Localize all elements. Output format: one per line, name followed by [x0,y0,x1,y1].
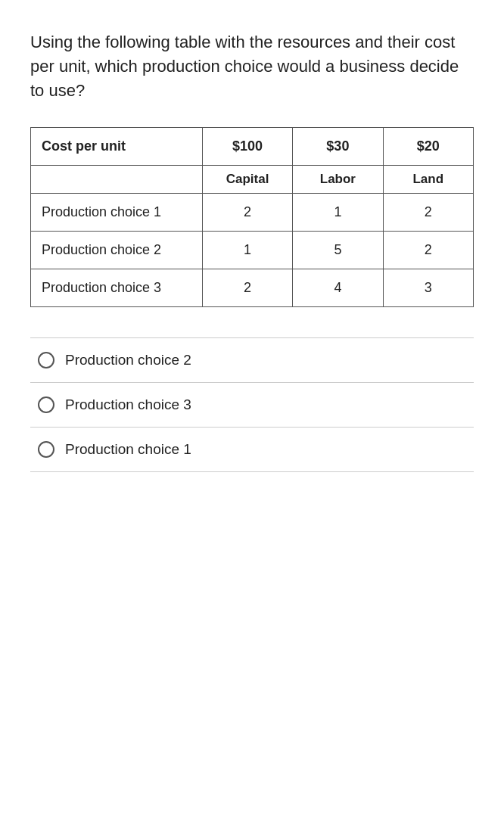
radio-option-1[interactable] [38,352,54,368]
row1-label: Production choice 1 [31,193,203,231]
option-3-label: Production choice 1 [65,441,191,458]
row2-col3: 2 [383,231,473,269]
row3-col1: 2 [202,269,292,306]
col2-price-header: $30 [293,127,383,165]
table-row: Production choice 1 2 1 2 [31,193,474,231]
table-header-row: Cost per unit $100 $30 $20 [31,127,474,165]
option-1[interactable]: Production choice 2 [30,337,474,383]
row3-label: Production choice 3 [31,269,203,306]
data-table: Cost per unit $100 $30 $20 Capital Labor… [30,127,474,307]
radio-option-2[interactable] [38,396,54,413]
option-1-label: Production choice 2 [65,352,191,368]
radio-option-3[interactable] [38,441,54,458]
land-sub-header: Land [383,165,473,193]
row2-label: Production choice 2 [31,231,203,269]
option-3[interactable]: Production choice 1 [30,428,474,472]
row1-col3: 2 [383,193,473,231]
row1-col1: 2 [202,193,292,231]
labor-sub-header: Labor [293,165,383,193]
table-row: Production choice 3 2 4 3 [31,269,474,306]
cost-per-unit-header: Cost per unit [31,127,203,165]
col3-price-header: $20 [383,127,473,165]
col1-price-header: $100 [202,127,292,165]
row2-col1: 1 [202,231,292,269]
options-section: Production choice 2 Production choice 3 … [30,337,474,472]
sub-header-empty [31,165,203,193]
option-2[interactable]: Production choice 3 [30,383,474,428]
table-row: Production choice 2 1 5 2 [31,231,474,269]
row3-col3: 3 [383,269,473,306]
option-2-label: Production choice 3 [65,396,191,413]
row2-col2: 5 [293,231,383,269]
row1-col2: 1 [293,193,383,231]
table-sub-header-row: Capital Labor Land [31,165,474,193]
capital-sub-header: Capital [202,165,292,193]
question-text: Using the following table with the resou… [30,30,474,103]
row3-col2: 4 [293,269,383,306]
